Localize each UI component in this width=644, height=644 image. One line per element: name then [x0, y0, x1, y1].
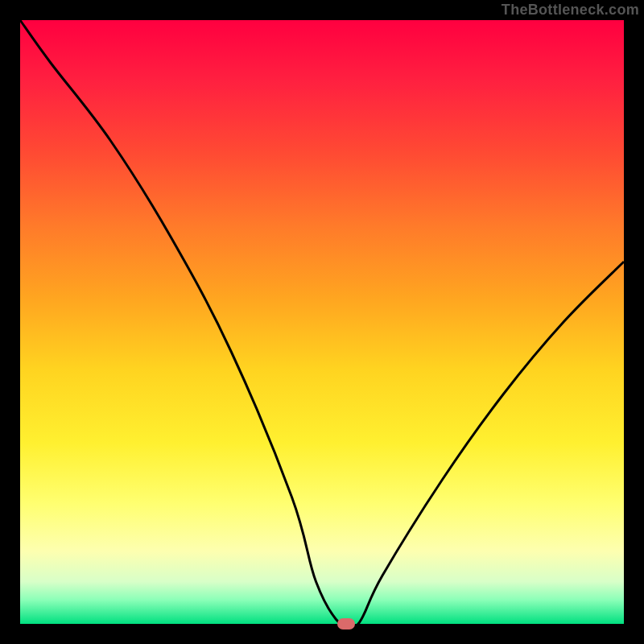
minimum-marker [337, 618, 355, 630]
watermark-text: TheBottleneck.com [502, 2, 639, 19]
plot-area [20, 20, 624, 624]
bottleneck-curve [20, 20, 624, 624]
